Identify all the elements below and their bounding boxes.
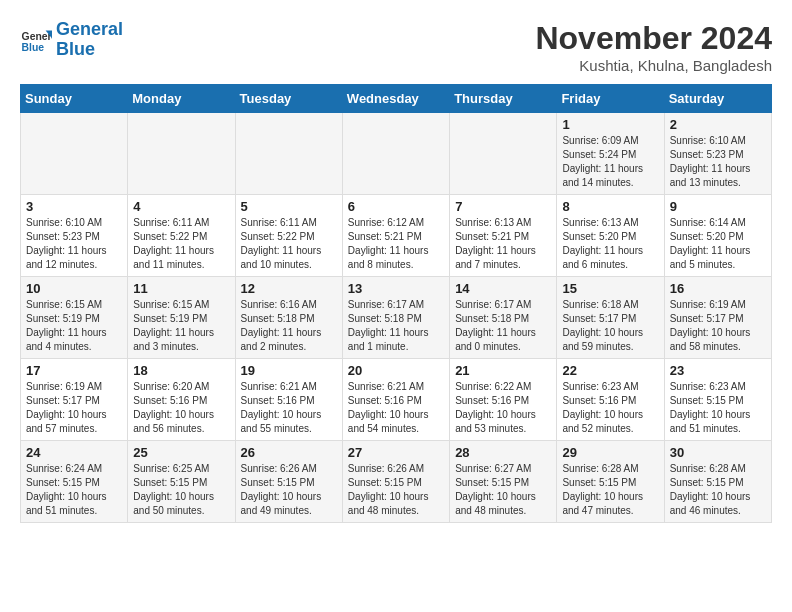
cell-info: Sunrise: 6:21 AM Sunset: 5:16 PM Dayligh…: [348, 380, 444, 436]
cell-info: Sunrise: 6:17 AM Sunset: 5:18 PM Dayligh…: [455, 298, 551, 354]
cell-info: Sunrise: 6:27 AM Sunset: 5:15 PM Dayligh…: [455, 462, 551, 518]
day-number: 23: [670, 363, 766, 378]
cell-info: Sunrise: 6:12 AM Sunset: 5:21 PM Dayligh…: [348, 216, 444, 272]
day-number: 21: [455, 363, 551, 378]
weekday-header-tuesday: Tuesday: [235, 85, 342, 113]
calendar-cell: 4Sunrise: 6:11 AM Sunset: 5:22 PM Daylig…: [128, 195, 235, 277]
weekday-header-thursday: Thursday: [450, 85, 557, 113]
cell-info: Sunrise: 6:13 AM Sunset: 5:21 PM Dayligh…: [455, 216, 551, 272]
calendar-cell: 23Sunrise: 6:23 AM Sunset: 5:15 PM Dayli…: [664, 359, 771, 441]
day-number: 1: [562, 117, 658, 132]
calendar-cell: 6Sunrise: 6:12 AM Sunset: 5:21 PM Daylig…: [342, 195, 449, 277]
cell-info: Sunrise: 6:26 AM Sunset: 5:15 PM Dayligh…: [348, 462, 444, 518]
calendar-table: SundayMondayTuesdayWednesdayThursdayFrid…: [20, 84, 772, 523]
calendar-week-row: 1Sunrise: 6:09 AM Sunset: 5:24 PM Daylig…: [21, 113, 772, 195]
logo: General Blue General Blue: [20, 20, 123, 60]
weekday-header-saturday: Saturday: [664, 85, 771, 113]
month-title: November 2024: [535, 20, 772, 57]
cell-info: Sunrise: 6:25 AM Sunset: 5:15 PM Dayligh…: [133, 462, 229, 518]
cell-info: Sunrise: 6:10 AM Sunset: 5:23 PM Dayligh…: [26, 216, 122, 272]
cell-info: Sunrise: 6:19 AM Sunset: 5:17 PM Dayligh…: [26, 380, 122, 436]
day-number: 14: [455, 281, 551, 296]
cell-info: Sunrise: 6:23 AM Sunset: 5:16 PM Dayligh…: [562, 380, 658, 436]
day-number: 20: [348, 363, 444, 378]
calendar-cell: 24Sunrise: 6:24 AM Sunset: 5:15 PM Dayli…: [21, 441, 128, 523]
weekday-header-monday: Monday: [128, 85, 235, 113]
calendar-cell: 2Sunrise: 6:10 AM Sunset: 5:23 PM Daylig…: [664, 113, 771, 195]
cell-info: Sunrise: 6:16 AM Sunset: 5:18 PM Dayligh…: [241, 298, 337, 354]
day-number: 22: [562, 363, 658, 378]
calendar-cell: 8Sunrise: 6:13 AM Sunset: 5:20 PM Daylig…: [557, 195, 664, 277]
calendar-cell: 26Sunrise: 6:26 AM Sunset: 5:15 PM Dayli…: [235, 441, 342, 523]
calendar-cell: [235, 113, 342, 195]
day-number: 26: [241, 445, 337, 460]
day-number: 30: [670, 445, 766, 460]
calendar-cell: 15Sunrise: 6:18 AM Sunset: 5:17 PM Dayli…: [557, 277, 664, 359]
weekday-header-wednesday: Wednesday: [342, 85, 449, 113]
weekday-header-sunday: Sunday: [21, 85, 128, 113]
calendar-week-row: 10Sunrise: 6:15 AM Sunset: 5:19 PM Dayli…: [21, 277, 772, 359]
calendar-cell: 9Sunrise: 6:14 AM Sunset: 5:20 PM Daylig…: [664, 195, 771, 277]
cell-info: Sunrise: 6:28 AM Sunset: 5:15 PM Dayligh…: [562, 462, 658, 518]
calendar-cell: [21, 113, 128, 195]
calendar-cell: 16Sunrise: 6:19 AM Sunset: 5:17 PM Dayli…: [664, 277, 771, 359]
svg-text:Blue: Blue: [22, 42, 45, 53]
calendar-week-row: 24Sunrise: 6:24 AM Sunset: 5:15 PM Dayli…: [21, 441, 772, 523]
day-number: 28: [455, 445, 551, 460]
cell-info: Sunrise: 6:14 AM Sunset: 5:20 PM Dayligh…: [670, 216, 766, 272]
weekday-header-row: SundayMondayTuesdayWednesdayThursdayFrid…: [21, 85, 772, 113]
logo-text-line1: General: [56, 20, 123, 40]
day-number: 4: [133, 199, 229, 214]
day-number: 13: [348, 281, 444, 296]
calendar-cell: 1Sunrise: 6:09 AM Sunset: 5:24 PM Daylig…: [557, 113, 664, 195]
calendar-cell: [450, 113, 557, 195]
day-number: 12: [241, 281, 337, 296]
calendar-cell: 22Sunrise: 6:23 AM Sunset: 5:16 PM Dayli…: [557, 359, 664, 441]
calendar-cell: 17Sunrise: 6:19 AM Sunset: 5:17 PM Dayli…: [21, 359, 128, 441]
calendar-cell: 21Sunrise: 6:22 AM Sunset: 5:16 PM Dayli…: [450, 359, 557, 441]
weekday-header-friday: Friday: [557, 85, 664, 113]
cell-info: Sunrise: 6:15 AM Sunset: 5:19 PM Dayligh…: [26, 298, 122, 354]
calendar-cell: 19Sunrise: 6:21 AM Sunset: 5:16 PM Dayli…: [235, 359, 342, 441]
day-number: 15: [562, 281, 658, 296]
calendar-week-row: 3Sunrise: 6:10 AM Sunset: 5:23 PM Daylig…: [21, 195, 772, 277]
calendar-week-row: 17Sunrise: 6:19 AM Sunset: 5:17 PM Dayli…: [21, 359, 772, 441]
calendar-cell: [128, 113, 235, 195]
cell-info: Sunrise: 6:26 AM Sunset: 5:15 PM Dayligh…: [241, 462, 337, 518]
cell-info: Sunrise: 6:20 AM Sunset: 5:16 PM Dayligh…: [133, 380, 229, 436]
cell-info: Sunrise: 6:17 AM Sunset: 5:18 PM Dayligh…: [348, 298, 444, 354]
calendar-cell: 12Sunrise: 6:16 AM Sunset: 5:18 PM Dayli…: [235, 277, 342, 359]
cell-info: Sunrise: 6:09 AM Sunset: 5:24 PM Dayligh…: [562, 134, 658, 190]
day-number: 2: [670, 117, 766, 132]
day-number: 16: [670, 281, 766, 296]
calendar-cell: 5Sunrise: 6:11 AM Sunset: 5:22 PM Daylig…: [235, 195, 342, 277]
cell-info: Sunrise: 6:11 AM Sunset: 5:22 PM Dayligh…: [133, 216, 229, 272]
location: Kushtia, Khulna, Bangladesh: [535, 57, 772, 74]
cell-info: Sunrise: 6:18 AM Sunset: 5:17 PM Dayligh…: [562, 298, 658, 354]
calendar-cell: 14Sunrise: 6:17 AM Sunset: 5:18 PM Dayli…: [450, 277, 557, 359]
day-number: 29: [562, 445, 658, 460]
calendar-cell: 13Sunrise: 6:17 AM Sunset: 5:18 PM Dayli…: [342, 277, 449, 359]
cell-info: Sunrise: 6:24 AM Sunset: 5:15 PM Dayligh…: [26, 462, 122, 518]
calendar-cell: 3Sunrise: 6:10 AM Sunset: 5:23 PM Daylig…: [21, 195, 128, 277]
cell-info: Sunrise: 6:22 AM Sunset: 5:16 PM Dayligh…: [455, 380, 551, 436]
calendar-cell: 25Sunrise: 6:25 AM Sunset: 5:15 PM Dayli…: [128, 441, 235, 523]
logo-text-line2: Blue: [56, 40, 123, 60]
day-number: 9: [670, 199, 766, 214]
day-number: 27: [348, 445, 444, 460]
day-number: 3: [26, 199, 122, 214]
calendar-cell: 10Sunrise: 6:15 AM Sunset: 5:19 PM Dayli…: [21, 277, 128, 359]
day-number: 17: [26, 363, 122, 378]
day-number: 7: [455, 199, 551, 214]
cell-info: Sunrise: 6:21 AM Sunset: 5:16 PM Dayligh…: [241, 380, 337, 436]
cell-info: Sunrise: 6:19 AM Sunset: 5:17 PM Dayligh…: [670, 298, 766, 354]
calendar-cell: 18Sunrise: 6:20 AM Sunset: 5:16 PM Dayli…: [128, 359, 235, 441]
day-number: 6: [348, 199, 444, 214]
calendar-cell: 20Sunrise: 6:21 AM Sunset: 5:16 PM Dayli…: [342, 359, 449, 441]
day-number: 5: [241, 199, 337, 214]
day-number: 19: [241, 363, 337, 378]
cell-info: Sunrise: 6:13 AM Sunset: 5:20 PM Dayligh…: [562, 216, 658, 272]
title-block: November 2024 Kushtia, Khulna, Banglades…: [535, 20, 772, 74]
calendar-cell: 29Sunrise: 6:28 AM Sunset: 5:15 PM Dayli…: [557, 441, 664, 523]
day-number: 18: [133, 363, 229, 378]
